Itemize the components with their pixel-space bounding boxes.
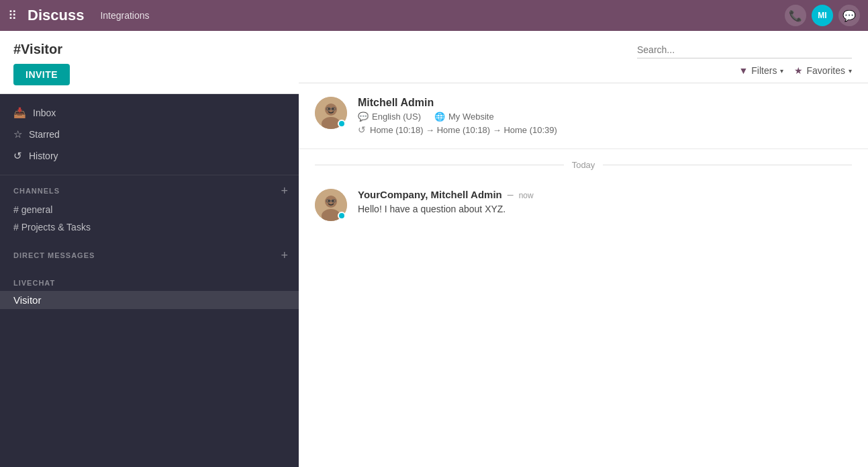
chat-message: YourCompany, Mitchell Admin – now Hello!… xyxy=(299,181,868,229)
website-meta: 🌐 My Website xyxy=(434,112,494,122)
phone-icon[interactable]: 📞 xyxy=(785,5,806,26)
chat-bubble-icon: 💬 xyxy=(358,112,369,122)
user-avatar[interactable]: MI xyxy=(812,5,833,26)
chat-icon[interactable]: 💬 xyxy=(838,5,860,26)
visitor-path-text: Home (10:18) → Home (10:18) → Home (10:3… xyxy=(370,125,557,135)
message-sender-online-status xyxy=(338,212,346,220)
message-time: now xyxy=(519,191,534,200)
message-body: YourCompany, Mitchell Admin – now Hello!… xyxy=(358,189,534,214)
app-title: Discuss xyxy=(28,7,84,24)
message-text: Hello! I have a question about XYZ. xyxy=(358,204,534,214)
favorites-button[interactable]: ★ Favorites ▾ xyxy=(794,65,852,76)
filter-icon: ▼ xyxy=(738,65,748,76)
message-header: YourCompany, Mitchell Admin – now xyxy=(358,189,534,201)
message-avatar-container xyxy=(315,189,347,221)
sidebar-item-inbox[interactable]: 📥 Inbox xyxy=(0,102,299,124)
channels-section: CHANNELS + # general # Projects & Tasks xyxy=(0,175,299,240)
channel-projects-tasks[interactable]: # Projects & Tasks xyxy=(0,218,299,236)
star-filter-icon: ★ xyxy=(794,65,803,76)
today-label: Today xyxy=(572,160,595,170)
grid-icon[interactable]: ⠿ xyxy=(8,8,17,23)
integrations-link[interactable]: Integrations xyxy=(100,10,149,21)
livechat-title: LIVECHAT xyxy=(0,279,299,291)
invite-button[interactable]: INVITE xyxy=(13,64,70,85)
visitor-details: Mitchell Admin 💬 English (US) 🌐 My Websi… xyxy=(358,97,557,135)
divider-line-right xyxy=(603,165,852,165)
visitor-online-status xyxy=(338,120,346,128)
inbox-icon: 📥 xyxy=(13,107,26,119)
direct-messages-header: DIRECT MESSAGES + xyxy=(0,249,299,265)
sidebar-item-history[interactable]: ↺ History xyxy=(0,145,299,167)
search-input[interactable] xyxy=(637,42,852,58)
history-icon: ↺ xyxy=(13,150,22,162)
visitor-name: Mitchell Admin xyxy=(358,97,557,109)
channel-title: #Visitor xyxy=(13,42,285,57)
visitor-avatar-container xyxy=(315,97,347,129)
globe-icon: 🌐 xyxy=(434,112,445,122)
divider-line-left xyxy=(315,165,564,165)
visitor-meta: 💬 English (US) 🌐 My Website xyxy=(358,112,557,122)
sidebar-header: #Visitor INVITE xyxy=(0,31,299,94)
svg-point-4 xyxy=(332,108,334,110)
history-label: History xyxy=(29,151,58,161)
inbox-label: Inbox xyxy=(33,108,56,118)
starred-label: Starred xyxy=(29,129,60,140)
message-sender: YourCompany, Mitchell Admin xyxy=(358,189,502,200)
svg-point-12 xyxy=(332,200,334,202)
direct-messages-title: DIRECT MESSAGES xyxy=(13,251,95,259)
filters-button[interactable]: ▼ Filters ▾ xyxy=(738,65,783,76)
add-channel-button[interactable]: + xyxy=(281,185,288,197)
svg-point-11 xyxy=(328,200,330,202)
channel-general[interactable]: # general xyxy=(0,201,299,218)
direct-messages-section: DIRECT MESSAGES + xyxy=(0,240,299,269)
visitor-language: English (US) xyxy=(372,112,421,122)
sidebar: #Visitor INVITE 📥 Inbox ☆ Starred ↺ Hist… xyxy=(0,31,299,467)
add-direct-message-button[interactable]: + xyxy=(281,249,288,261)
top-navigation: ⠿ Discuss Integrations 📞 MI 💬 xyxy=(0,0,868,31)
visitor-info-card: Mitchell Admin 💬 English (US) 🌐 My Websi… xyxy=(299,83,868,149)
visitor-website: My Website xyxy=(448,112,494,122)
sidebar-nav: 📥 Inbox ☆ Starred ↺ History xyxy=(0,94,299,175)
svg-point-3 xyxy=(328,108,330,110)
livechat-visitor[interactable]: Visitor xyxy=(0,291,299,309)
message-separator: – xyxy=(508,189,514,201)
history-path-icon: ↺ xyxy=(358,124,366,135)
main-layout: #Visitor INVITE 📥 Inbox ☆ Starred ↺ Hist… xyxy=(0,31,868,467)
sidebar-item-starred[interactable]: ☆ Starred xyxy=(0,124,299,145)
today-divider: Today xyxy=(299,149,868,181)
livechat-section: LIVECHAT Visitor xyxy=(0,269,299,313)
content-area: ▼ Filters ▾ ★ Favorites ▾ xyxy=(299,31,868,467)
visitor-path: ↺ Home (10:18) → Home (10:18) → Home (10… xyxy=(358,124,557,135)
search-bar-area: ▼ Filters ▾ ★ Favorites ▾ xyxy=(299,31,868,83)
language-meta: 💬 English (US) xyxy=(358,112,421,122)
channels-title: CHANNELS xyxy=(13,187,60,195)
star-icon: ☆ xyxy=(13,128,22,140)
channels-section-header: CHANNELS + xyxy=(0,185,299,201)
